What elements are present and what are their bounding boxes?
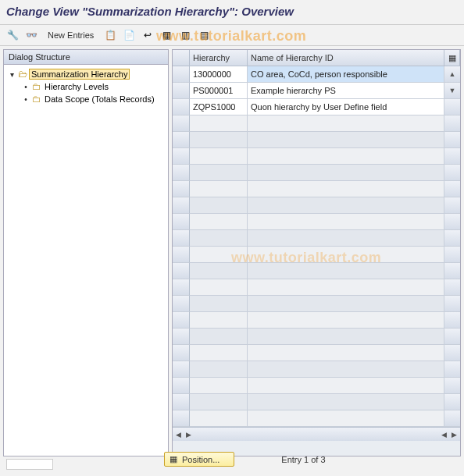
cell-hierarchy[interactable]: 13000000	[190, 66, 248, 83]
row-selector[interactable]	[173, 279, 190, 296]
row-selector[interactable]	[173, 66, 190, 83]
grid-corner[interactable]	[173, 50, 190, 66]
row-selector[interactable]	[173, 378, 190, 394]
cell-empty[interactable]	[190, 230, 248, 247]
cell-empty[interactable]	[190, 361, 248, 378]
cell-empty[interactable]	[248, 296, 444, 312]
cell-empty[interactable]	[248, 197, 444, 214]
row-selector[interactable]	[173, 214, 190, 230]
cell-empty[interactable]	[190, 394, 248, 410]
row-scroll	[444, 378, 460, 394]
save-icon[interactable]: 📄	[121, 27, 137, 43]
cell-hierarchy[interactable]: ZQPS1000	[190, 99, 248, 115]
cell-empty[interactable]	[190, 312, 248, 329]
cell-empty[interactable]	[248, 247, 444, 263]
row-selector[interactable]	[173, 394, 190, 410]
tree-item-data-scope[interactable]: • 🗀 Data Scope (Totals Records)	[20, 93, 166, 105]
row-selector[interactable]	[173, 345, 190, 361]
cell-empty[interactable]	[190, 329, 248, 345]
folder-icon: 🗀	[30, 81, 43, 92]
scroll-right-icon[interactable]: ▶	[450, 431, 459, 439]
expand-icon[interactable]: 🔧	[5, 27, 20, 43]
row-selector[interactable]	[173, 181, 190, 197]
row-selector[interactable]	[173, 361, 190, 378]
cell-empty[interactable]	[190, 263, 248, 279]
cell-empty[interactable]	[190, 247, 248, 263]
cell-empty[interactable]	[248, 329, 444, 345]
cell-empty[interactable]	[248, 148, 444, 165]
cell-empty[interactable]	[248, 115, 444, 132]
cell-hierarchy[interactable]: PS000001	[190, 83, 248, 99]
row-selector[interactable]	[173, 329, 190, 345]
cell-empty[interactable]	[248, 410, 444, 427]
cell-name[interactable]: Quon hierarchy by User Define field	[248, 99, 444, 115]
row-selector[interactable]	[173, 197, 190, 214]
cell-name[interactable]: Example hierarchy PS	[248, 83, 444, 99]
toolbar: 🔧 👓 New Entries 📋 📄 ↩ ▦ ▥ ▤	[0, 25, 464, 46]
cell-empty[interactable]	[190, 214, 248, 230]
collapse-icon[interactable]: ▾	[7, 70, 16, 79]
cell-empty[interactable]	[248, 279, 444, 296]
select-all-icon[interactable]: ▦	[159, 27, 174, 43]
tree-root[interactable]: ▾ 🗁 Summarization Hierarchy	[5, 68, 166, 80]
entry-count-text: Entry 1 of 3	[281, 455, 325, 464]
cell-empty[interactable]	[248, 181, 444, 197]
cell-empty[interactable]	[190, 132, 248, 148]
cell-empty[interactable]	[190, 279, 248, 296]
row-scroll	[444, 410, 460, 427]
undo-icon[interactable]: ↩	[140, 27, 155, 43]
cell-empty[interactable]	[248, 394, 444, 410]
row-scroll	[444, 279, 460, 296]
cell-empty[interactable]	[248, 312, 444, 329]
row-selector[interactable]	[173, 296, 190, 312]
glasses-icon[interactable]: 👓	[23, 27, 39, 43]
row-selector[interactable]	[173, 247, 190, 263]
scroll-left-icon[interactable]: ◀	[440, 431, 448, 439]
cell-empty[interactable]	[190, 345, 248, 361]
cell-empty[interactable]	[248, 263, 444, 279]
cell-empty[interactable]	[190, 165, 248, 181]
col-header-name[interactable]: Name of Hierarchy ID	[248, 50, 444, 66]
cell-empty[interactable]	[190, 197, 248, 214]
copy-icon[interactable]: 📋	[102, 27, 118, 43]
col-header-hierarchy[interactable]: Hierarchy	[190, 50, 248, 66]
position-button[interactable]: ▦ Position...	[164, 452, 234, 467]
row-selector[interactable]	[173, 148, 190, 165]
scroll-right-icon[interactable]: ▶	[184, 431, 193, 439]
cell-empty[interactable]	[248, 378, 444, 394]
tree-item-label: Data Scope (Totals Records)	[43, 94, 155, 104]
row-selector[interactable]	[173, 230, 190, 247]
cell-empty[interactable]	[248, 132, 444, 148]
cell-empty[interactable]	[248, 230, 444, 247]
row-selector[interactable]	[173, 410, 190, 427]
row-selector[interactable]	[173, 312, 190, 329]
scroll-left-icon[interactable]: ◀	[174, 431, 183, 439]
cell-empty[interactable]	[190, 378, 248, 394]
cell-empty[interactable]	[190, 410, 248, 427]
row-selector[interactable]	[173, 83, 190, 99]
row-selector[interactable]	[173, 99, 190, 115]
deselect-icon[interactable]: ▤	[196, 27, 212, 43]
cell-empty[interactable]	[190, 181, 248, 197]
row-selector[interactable]	[173, 165, 190, 181]
position-icon: ▦	[170, 454, 177, 464]
row-selector[interactable]	[173, 132, 190, 148]
cell-empty[interactable]	[248, 214, 444, 230]
data-grid: Hierarchy Name of Hierarchy ID ▦ 1300000…	[173, 50, 460, 427]
grid-settings-icon[interactable]: ▦	[444, 50, 460, 66]
cell-empty[interactable]	[190, 148, 248, 165]
row-scroll	[444, 230, 460, 247]
cell-empty[interactable]	[190, 115, 248, 132]
tree-item-hierarchy-levels[interactable]: • 🗀 Hierarchy Levels	[20, 80, 166, 93]
cell-empty[interactable]	[190, 296, 248, 312]
cell-empty[interactable]	[248, 345, 444, 361]
select-block-icon[interactable]: ▥	[177, 27, 193, 43]
row-selector[interactable]	[173, 263, 190, 279]
cell-empty[interactable]	[248, 165, 444, 181]
row-scroll	[444, 345, 460, 361]
cell-empty[interactable]	[248, 361, 444, 378]
row-selector[interactable]	[173, 115, 190, 132]
new-entries-button[interactable]: New Entries	[42, 28, 99, 42]
cell-name[interactable]: CO area, CoCd, person responsible	[248, 66, 444, 83]
horizontal-scrollbar[interactable]: ◀ ▶ ◀ ▶	[173, 427, 460, 441]
